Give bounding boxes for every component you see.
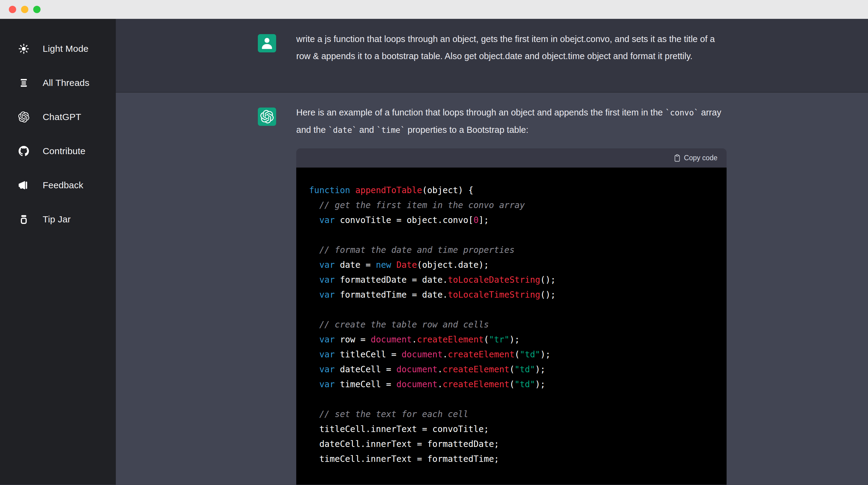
sidebar-item-label: Light Mode xyxy=(43,43,88,54)
chatgpt-avatar xyxy=(258,107,276,126)
code-block: Copy code function appendToTable(object)… xyxy=(296,149,726,485)
user-message-text: write a js function that loops through a… xyxy=(296,30,726,65)
minimize-button[interactable] xyxy=(21,6,28,13)
person-icon xyxy=(259,35,275,51)
user-message-row: write a js function that loops through a… xyxy=(116,19,868,93)
close-button[interactable] xyxy=(9,6,16,13)
titlebar xyxy=(0,0,868,19)
openai-logo-icon xyxy=(17,110,30,124)
megaphone-icon xyxy=(17,179,30,192)
sidebar-item-label: ChatGPT xyxy=(43,112,81,122)
app-window: Light Mode All Threads xyxy=(0,0,868,485)
sidebar-item-light-mode[interactable]: Light Mode xyxy=(0,39,116,59)
user-avatar xyxy=(258,34,276,53)
tip-jar-icon xyxy=(17,213,30,226)
zoom-button[interactable] xyxy=(33,6,40,13)
sidebar-item-label: All Threads xyxy=(43,78,89,88)
thread-spool-icon xyxy=(17,76,30,90)
sidebar-item-label: Contribute xyxy=(43,146,85,156)
sidebar: Light Mode All Threads xyxy=(0,19,116,485)
traffic-lights xyxy=(0,6,40,13)
github-icon xyxy=(17,144,30,158)
copy-code-label: Copy code xyxy=(684,154,717,162)
assistant-intro-text: Here is an example of a function that lo… xyxy=(296,104,726,139)
sun-icon xyxy=(17,42,30,56)
sidebar-item-label: Tip Jar xyxy=(43,214,71,225)
sidebar-item-tip-jar[interactable]: Tip Jar xyxy=(0,209,116,229)
copy-code-button[interactable]: Copy code xyxy=(674,154,717,162)
sidebar-item-all-threads[interactable]: All Threads xyxy=(0,73,116,93)
code-content: function appendToTable(object) { // get … xyxy=(296,167,726,485)
openai-logo-icon xyxy=(260,110,274,123)
sidebar-item-label: Feedback xyxy=(43,180,83,190)
sidebar-item-feedback[interactable]: Feedback xyxy=(0,175,116,195)
assistant-message-row: Here is an example of a function that lo… xyxy=(116,93,868,485)
sidebar-item-contribute[interactable]: Contribute xyxy=(0,141,116,161)
chat-area: write a js function that loops through a… xyxy=(116,19,868,485)
code-block-header: Copy code xyxy=(296,149,726,167)
clipboard-icon xyxy=(674,154,681,162)
sidebar-item-chatgpt[interactable]: ChatGPT xyxy=(0,107,116,127)
